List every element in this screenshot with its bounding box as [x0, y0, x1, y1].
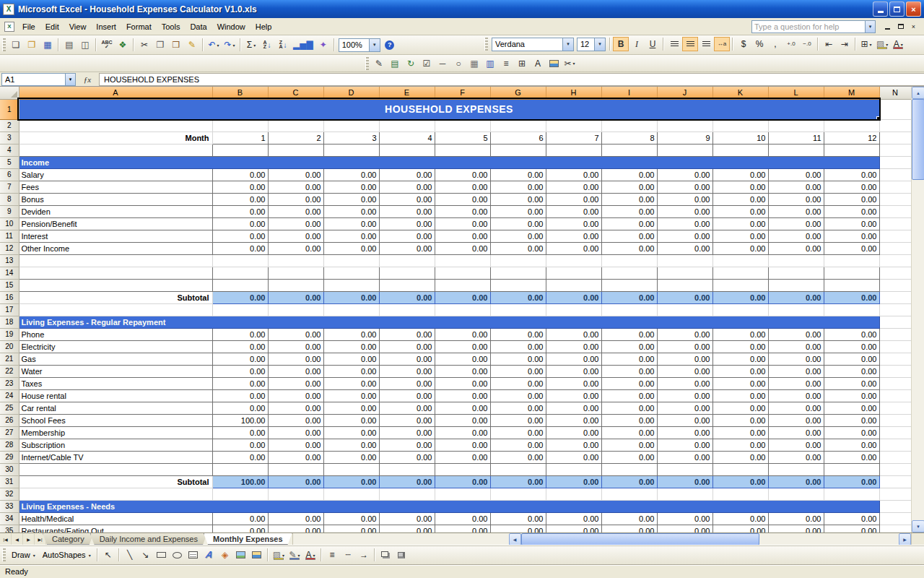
cell-F20[interactable]: 0.00 — [435, 340, 490, 353]
cell-A14[interactable] — [19, 267, 212, 279]
cell-H27[interactable]: 0.00 — [546, 426, 601, 439]
row-header-22[interactable]: 22 — [0, 365, 19, 377]
cell-I27[interactable]: 0.00 — [601, 426, 657, 439]
cell-A3[interactable]: Month — [19, 131, 212, 144]
cell-G31[interactable]: 0.00 — [490, 475, 546, 488]
cell-L35[interactable]: 0.00 — [768, 525, 824, 532]
menu-data[interactable]: Data — [185, 20, 212, 33]
cell-K25[interactable]: 0.00 — [712, 402, 768, 414]
scroll-up-button[interactable]: ▲ — [912, 87, 924, 99]
workbook-close-button[interactable]: × — [907, 21, 920, 32]
cell-B2[interactable] — [212, 119, 268, 131]
cell-D14[interactable] — [323, 267, 379, 279]
cell-E11[interactable]: 0.00 — [379, 230, 435, 242]
cell-K3[interactable]: 10 — [712, 131, 768, 144]
horizontal-line-tool-button[interactable]: ─ — [435, 56, 450, 71]
cell-A23[interactable]: Taxes — [19, 377, 212, 389]
cell-H9[interactable]: 0.00 — [546, 205, 601, 217]
cell-E23[interactable]: 0.00 — [379, 377, 435, 389]
cell-K8[interactable]: 0.00 — [712, 193, 768, 205]
cell-C7[interactable]: 0.00 — [268, 181, 323, 193]
cell-J10[interactable]: 0.00 — [657, 217, 712, 230]
cell-L2[interactable] — [768, 119, 824, 131]
cell-G8[interactable]: 0.00 — [490, 193, 546, 205]
export-table-button[interactable]: ▤ — [387, 56, 403, 71]
cell-A10[interactable]: Pension/Benefit — [19, 217, 212, 230]
cell-M35[interactable]: 0.00 — [824, 525, 879, 532]
cell-M30[interactable] — [824, 463, 879, 475]
column-header-K[interactable]: K — [712, 87, 768, 99]
cell-C31[interactable]: 0.00 — [268, 475, 323, 488]
column-header-D[interactable]: D — [323, 87, 379, 99]
cell-G6[interactable]: 0.00 — [490, 168, 546, 181]
research-button[interactable]: ❖ — [115, 38, 131, 52]
menu-tools[interactable]: Tools — [157, 20, 186, 33]
cell-F4[interactable] — [435, 144, 490, 156]
font-size-select[interactable]: 12▾ — [577, 38, 606, 51]
cell-D31[interactable]: 0.00 — [323, 475, 379, 488]
row-header-2[interactable]: 2 — [0, 119, 19, 131]
cell-J7[interactable]: 0.00 — [657, 181, 712, 193]
cell-C4[interactable] — [268, 144, 323, 156]
copy-button[interactable]: ❐ — [152, 38, 168, 52]
cell-B20[interactable]: 0.00 — [212, 340, 268, 353]
cell-B11[interactable]: 0.00 — [212, 230, 268, 242]
cell-F29[interactable]: 0.00 — [435, 451, 490, 463]
cell-F11[interactable]: 0.00 — [435, 230, 490, 242]
cell-I19[interactable]: 0.00 — [601, 328, 657, 340]
cell-F23[interactable]: 0.00 — [435, 377, 490, 389]
cell-K16[interactable]: 0.00 — [712, 291, 768, 303]
scroll-left-button[interactable]: ◀ — [509, 533, 521, 545]
cell-N5[interactable] — [879, 156, 911, 168]
draw-border-button[interactable]: ✎ — [371, 56, 387, 71]
wordart-tool-button[interactable]: A — [201, 548, 217, 562]
row-header-14[interactable]: 14 — [0, 267, 19, 279]
autoshapes-menu-button[interactable]: AutoShapes ▾ — [39, 548, 95, 562]
cell-H22[interactable]: 0.00 — [546, 365, 601, 377]
cell-G28[interactable]: 0.00 — [490, 439, 546, 451]
first-sheet-button[interactable]: |◀ — [0, 533, 12, 545]
cell-H12[interactable]: 0.00 — [546, 242, 601, 254]
cell-N26[interactable] — [879, 414, 911, 426]
cell-D17[interactable] — [323, 303, 379, 316]
cell-C22[interactable]: 0.00 — [268, 365, 323, 377]
cell-D11[interactable]: 0.00 — [323, 230, 379, 242]
cell-C15[interactable] — [268, 279, 323, 291]
increase-indent-button[interactable]: ⇥ — [837, 37, 853, 51]
cell-I35[interactable]: 0.00 — [601, 525, 657, 532]
cell-L20[interactable]: 0.00 — [768, 340, 824, 353]
cell-F8[interactable]: 0.00 — [435, 193, 490, 205]
spelling-button[interactable]: ABC✓ — [99, 38, 115, 52]
cell-E26[interactable]: 0.00 — [379, 414, 435, 426]
cell-D13[interactable] — [323, 254, 379, 267]
cell-A35[interactable]: Restaurants/Eating Out — [19, 525, 212, 532]
cell-G27[interactable]: 0.00 — [490, 426, 546, 439]
currency-style-button[interactable]: $ — [736, 37, 751, 51]
row-header-7[interactable]: 7 — [0, 181, 19, 193]
cell-H34[interactable]: 0.00 — [546, 512, 601, 525]
cell-J19[interactable]: 0.00 — [657, 328, 712, 340]
percent-style-button[interactable]: % — [751, 37, 767, 51]
cell-E6[interactable]: 0.00 — [379, 168, 435, 181]
cell-F7[interactable]: 0.00 — [435, 181, 490, 193]
cell-J6[interactable]: 0.00 — [657, 168, 712, 181]
row-header-26[interactable]: 26 — [0, 414, 19, 426]
cell-B28[interactable]: 0.00 — [212, 439, 268, 451]
cell-F30[interactable] — [435, 463, 490, 475]
insert-function-button[interactable]: ƒx — [78, 73, 97, 86]
cell-A34[interactable]: Health/Medical — [19, 512, 212, 525]
select-objects-button[interactable]: ↖ — [100, 548, 116, 562]
row-header-34[interactable]: 34 — [0, 512, 19, 525]
cell-L10[interactable]: 0.00 — [768, 217, 824, 230]
cell-B24[interactable]: 0.00 — [212, 389, 268, 402]
cell-F9[interactable]: 0.00 — [435, 205, 490, 217]
line-tool-button[interactable]: ╲ — [122, 548, 138, 562]
column-header-H[interactable]: H — [546, 87, 601, 99]
sort-ascending-button[interactable]: AZ↓ — [259, 38, 275, 52]
cell-N24[interactable] — [879, 389, 911, 402]
cell-M17[interactable] — [824, 303, 879, 316]
cell-I3[interactable]: 8 — [601, 131, 657, 144]
cell-E34[interactable]: 0.00 — [379, 512, 435, 525]
picture-tool-button[interactable] — [546, 56, 562, 71]
paste-button[interactable]: ❒ — [168, 38, 184, 52]
